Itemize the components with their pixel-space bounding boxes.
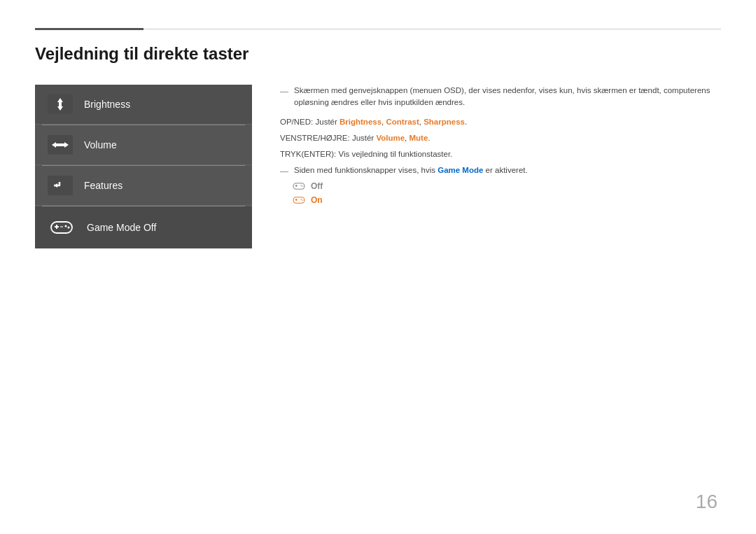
gamemode-label: Game Mode Off	[87, 222, 156, 233]
highlight-brightness: Brightness	[340, 118, 382, 126]
svg-rect-9	[56, 225, 57, 229]
game-status-off-row: Off	[280, 181, 721, 192]
note-dash-1: —	[280, 85, 288, 98]
line2-suffix: .	[428, 134, 430, 142]
divider-dark	[35, 28, 144, 30]
content-area: Brightness Volume	[35, 85, 721, 248]
highlight-mute: Mute	[409, 134, 428, 142]
info-area: — Skærmen med genvejsknappen (menuen OSD…	[280, 85, 721, 248]
info-note-1: — Skærmen med genvejsknappen (menuen OSD…	[280, 85, 721, 109]
svg-marker-6	[54, 183, 57, 188]
brightness-icon	[48, 94, 73, 114]
highlight-volume: Volume	[376, 134, 405, 142]
volume-label: Volume	[84, 139, 117, 150]
volume-icon	[48, 135, 73, 155]
svg-point-16	[300, 185, 302, 186]
svg-point-21	[300, 199, 302, 200]
note-dash-2: —	[280, 167, 288, 176]
menu-panel: Brightness Volume	[35, 85, 252, 248]
highlight-sharpness: Sharpness	[424, 118, 465, 126]
line1-suffix: .	[465, 118, 467, 126]
features-label: Features	[84, 180, 122, 191]
svg-point-22	[302, 199, 304, 201]
svg-rect-20	[296, 199, 297, 201]
features-icon	[48, 176, 73, 195]
page-number: 16	[696, 491, 718, 513]
info-line-leftright: VENSTRE/HØJRE: Justér Volume, Mute.	[280, 132, 721, 144]
highlight-contrast: Contrast	[386, 118, 419, 126]
menu-item-gamemode[interactable]: Game Mode Off	[35, 206, 252, 248]
game-mode-note-text: Siden med funktionsknapper vises, hvis G…	[294, 166, 528, 174]
game-mode-note: — Siden med funktionsknapper vises, hvis…	[280, 166, 721, 176]
menu-item-features[interactable]: Features	[35, 166, 252, 206]
info-line-updown: OP/NED: Justér Brightness, Contrast, Sha…	[280, 116, 721, 128]
svg-point-11	[68, 227, 70, 229]
svg-rect-12	[60, 226, 63, 227]
line2-prefix: VENSTRE/HØJRE: Justér	[280, 134, 376, 142]
svg-rect-2	[59, 101, 62, 107]
game-status-on-row: On	[280, 195, 721, 206]
svg-rect-15	[296, 185, 297, 187]
svg-rect-5	[55, 143, 65, 146]
info-line-enter: TRYK(ENTER): Vis vejledning til funktion…	[280, 148, 721, 160]
svg-point-17	[302, 185, 304, 187]
svg-point-10	[65, 225, 67, 227]
top-dividers	[35, 28, 721, 30]
line1-prefix: OP/NED: Justér	[280, 118, 340, 126]
menu-item-brightness[interactable]: Brightness	[35, 85, 252, 125]
status-on-label: On	[311, 195, 323, 205]
page-title: Vejledning til direkte taster	[35, 44, 721, 64]
gamepad-on-icon	[291, 195, 307, 206]
divider-light	[144, 29, 721, 29]
info-game-section: — Siden med funktionsknapper vises, hvis…	[280, 166, 721, 206]
status-off-label: Off	[311, 181, 323, 191]
info-note-1-text: Skærmen med genvejsknappen (menuen OSD),…	[294, 85, 721, 109]
highlight-gamemode: Game Mode	[438, 166, 483, 174]
brightness-label: Brightness	[84, 99, 130, 110]
menu-item-volume[interactable]: Volume	[35, 125, 252, 165]
gamepad-off-icon	[291, 181, 307, 192]
gamemode-icon	[48, 216, 76, 239]
